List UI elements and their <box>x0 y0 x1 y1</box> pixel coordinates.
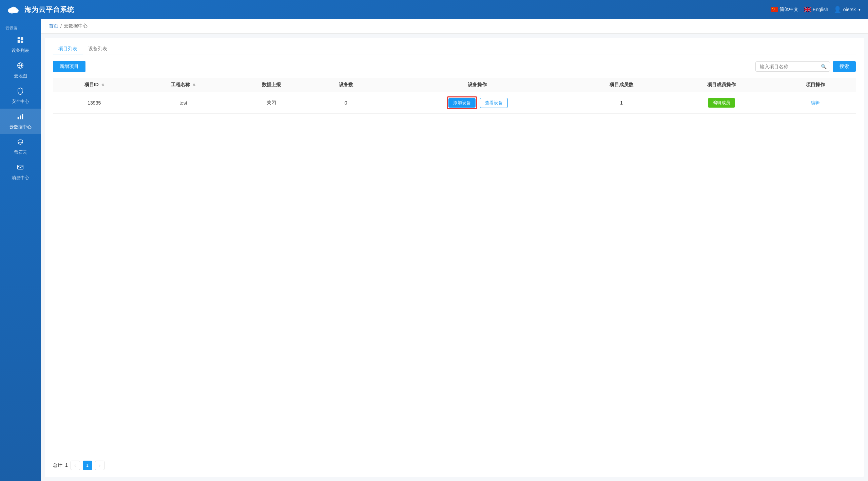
sidebar-label-cloud-map: 云地图 <box>14 73 27 79</box>
sidebar-item-cloud-map[interactable]: 云地图 <box>0 58 41 83</box>
content-spacer <box>53 267 856 457</box>
security-icon <box>17 87 24 96</box>
cn-flag-icon <box>771 7 778 12</box>
header-title: 海为云平台系统 <box>24 5 74 14</box>
sidebar-item-security[interactable]: 安全中心 <box>0 83 41 109</box>
sidebar-label-device-list: 设备列表 <box>12 48 29 54</box>
sort-icon-name: ⇅ <box>193 83 195 87</box>
col-device-ops: 设备操作 <box>380 78 575 92</box>
breadcrumb-home[interactable]: 首页 <box>49 23 58 29</box>
cell-project-ops: 编辑 <box>775 92 856 114</box>
col-device-count: 设备数 <box>312 78 380 92</box>
table-wrap: 项目ID ⇅ 工程名称 ⇅ 数据上报 设备数 设备操作 项目成员数 项目成 <box>53 78 856 267</box>
toolbar: 新增项目 🔍 搜索 <box>53 61 856 72</box>
sort-icon-id: ⇅ <box>101 83 104 87</box>
cell-device-ops: 添加设备 查看设备 <box>380 92 575 114</box>
svg-rect-29 <box>22 114 23 119</box>
main-content: 首页 / 云数据中心 项目列表 设备列表 新增项目 🔍 搜索 <box>41 19 868 481</box>
col-project-id: 项目ID ⇅ <box>53 78 136 92</box>
svg-rect-22 <box>21 37 23 40</box>
search-magnifier-icon: 🔍 <box>821 64 827 69</box>
table-header-row: 项目ID ⇅ 工程名称 ⇅ 数据上报 设备数 设备操作 项目成员数 项目成 <box>53 78 856 92</box>
add-device-button[interactable]: 添加设备 <box>448 98 476 108</box>
tabs: 项目列表 设备列表 <box>53 43 856 55</box>
projects-table: 项目ID ⇅ 工程名称 ⇅ 数据上报 设备数 设备操作 项目成员数 项目成 <box>53 78 856 114</box>
header: 海为云平台系统 简体中文 <box>0 0 868 19</box>
cloud-data-icon <box>17 113 24 122</box>
cell-data-upload: 关闭 <box>231 92 312 114</box>
svg-rect-21 <box>18 40 20 43</box>
add-project-button[interactable]: 新增项目 <box>53 61 85 72</box>
svg-rect-28 <box>20 115 21 119</box>
breadcrumb: 首页 / 云数据中心 <box>41 19 868 34</box>
sidebar-item-message[interactable]: 消息中心 <box>0 160 41 185</box>
add-device-highlight: 添加设备 <box>447 96 477 109</box>
main-layout: 云设备 设备列表 云地图 安全中心 云数据中心 <box>0 19 868 481</box>
prev-page-button[interactable]: ‹ <box>71 461 80 470</box>
cell-project-name: test <box>136 92 231 114</box>
svg-rect-20 <box>18 37 20 39</box>
username-label: oiersk <box>843 7 856 12</box>
breadcrumb-current: 云数据中心 <box>64 23 88 29</box>
search-area: 🔍 搜索 <box>755 61 856 72</box>
search-input-wrap: 🔍 <box>755 61 830 72</box>
cell-project-id: 13935 <box>53 92 136 114</box>
total-label: 总计 1 <box>53 462 68 468</box>
uk-flag-icon <box>804 7 811 12</box>
tab-project-list[interactable]: 项目列表 <box>53 43 83 55</box>
edit-member-button[interactable]: 编辑成员 <box>708 98 735 108</box>
lang-en-label: English <box>813 7 828 12</box>
sidebar: 云设备 设备列表 云地图 安全中心 云数据中心 <box>0 19 41 481</box>
cell-member-count: 1 <box>575 92 668 114</box>
pagination: 总计 1 ‹ 1 › <box>53 457 856 471</box>
tab-device-list[interactable]: 设备列表 <box>83 43 113 55</box>
header-left: 海为云平台系统 <box>7 4 74 15</box>
dropdown-icon: ▼ <box>858 8 861 12</box>
svg-rect-4 <box>9 10 18 13</box>
device-list-icon <box>17 36 24 45</box>
cloud-map-icon <box>17 62 24 71</box>
sidebar-item-device-list[interactable]: 设备列表 <box>0 32 41 58</box>
col-data-upload: 数据上报 <box>231 78 312 92</box>
user-icon: 👤 <box>834 6 841 13</box>
logo-icon <box>7 4 20 15</box>
lang-en-button[interactable]: English <box>804 7 828 12</box>
svg-rect-31 <box>18 165 23 169</box>
table-row: 13935 test 关闭 0 添加设备 查看设备 1 <box>53 92 856 114</box>
search-input[interactable] <box>755 61 830 72</box>
dahua-icon <box>17 138 24 147</box>
page-1-button[interactable]: 1 <box>83 461 92 470</box>
sidebar-section-label: 云设备 <box>0 22 41 32</box>
lang-cn-button[interactable]: 简体中文 <box>771 6 798 13</box>
user-menu[interactable]: 👤 oiersk ▼ <box>834 6 861 13</box>
col-project-ops: 项目操作 <box>775 78 856 92</box>
sidebar-label-message: 消息中心 <box>12 175 29 181</box>
svg-rect-27 <box>18 117 19 119</box>
message-icon <box>17 164 24 173</box>
sidebar-label-security: 安全中心 <box>12 98 29 105</box>
sidebar-item-dahua[interactable]: 萤石云 <box>0 134 41 160</box>
col-project-name: 工程名称 ⇅ <box>136 78 231 92</box>
search-button[interactable]: 搜索 <box>833 61 856 72</box>
view-device-button[interactable]: 查看设备 <box>480 98 508 108</box>
breadcrumb-separator: / <box>60 23 62 29</box>
col-member-ops: 项目成员操作 <box>668 78 775 92</box>
cell-device-count: 0 <box>312 92 380 114</box>
sidebar-item-cloud-data[interactable]: 云数据中心 <box>0 109 41 134</box>
next-page-button[interactable]: › <box>95 461 104 470</box>
sidebar-label-cloud-data: 云数据中心 <box>9 124 32 130</box>
cell-member-ops: 编辑成员 <box>668 92 775 114</box>
sidebar-label-dahua: 萤石云 <box>14 149 27 155</box>
page-body: 项目列表 设备列表 新增项目 🔍 搜索 <box>45 38 864 477</box>
col-member-count: 项目成员数 <box>575 78 668 92</box>
svg-point-30 <box>18 140 23 143</box>
edit-project-button[interactable]: 编辑 <box>810 98 821 108</box>
svg-rect-23 <box>21 41 23 43</box>
lang-cn-label: 简体中文 <box>779 6 798 13</box>
header-right: 简体中文 English 👤 oiersk ▼ <box>771 6 861 13</box>
